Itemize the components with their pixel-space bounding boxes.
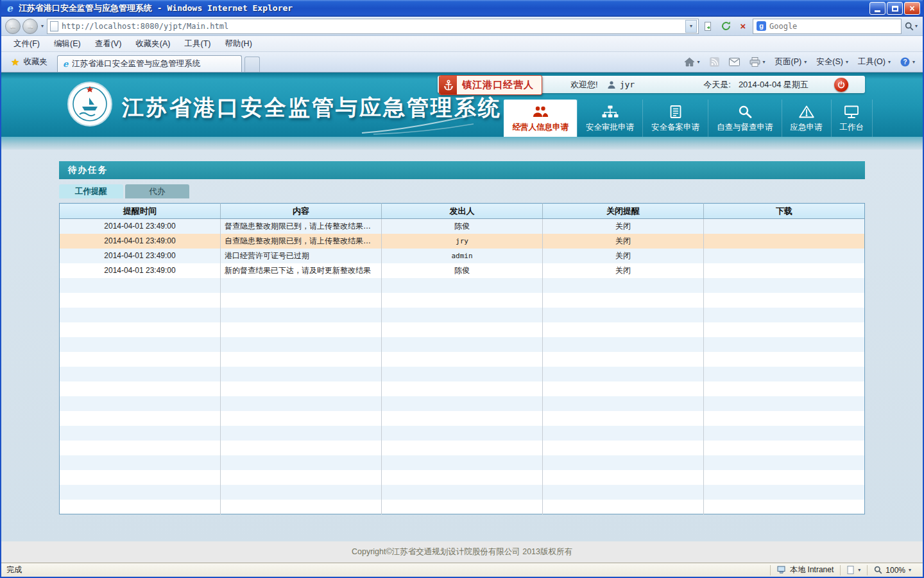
cell-time: 2014-04-01 23:49:00 [60,263,221,278]
browser-tab[interactable]: e 江苏省港口安全监管与应急管理系统 [57,55,242,72]
compat-dropdown-icon: ▾ [858,567,860,573]
copyright-text: Copyright©江苏省交通规划设计院股份有限公司 2013版权所有 [352,547,572,557]
magnifier-icon [737,104,753,119]
address-dropdown-icon[interactable]: ▾ [685,20,697,33]
close-reminder-link[interactable]: 关闭 [543,249,704,263]
compatibility-view-button[interactable] [701,19,716,34]
minimize-button[interactable] [869,2,886,15]
feeds-button[interactable] [706,55,723,69]
close-button[interactable]: × [904,2,920,15]
new-tab-button[interactable] [244,57,260,72]
close-reminder-link[interactable]: 关闭 [543,234,704,249]
search-input[interactable] [769,22,898,31]
col-header-time: 提醒时间 [60,204,221,219]
search-dropdown-icon[interactable]: ▾ [915,23,918,29]
tab-todo[interactable]: 代办 [125,184,189,198]
zoom-control[interactable]: 100% ▾ [867,565,918,575]
page-dropdown-icon: ▾ [804,59,807,65]
nav-emergency[interactable]: 应急申请 [782,100,831,137]
empty-row [60,367,865,381]
header-sub-band [1,137,923,150]
logout-button[interactable] [834,78,848,92]
page-icon [50,21,58,31]
cell-download [704,263,865,278]
content-area: 待办任务 工作提醒 代办 提醒时间 内容 发出人 关闭提醒 下载 2014-04… [1,150,923,541]
zoom-magnifier-icon [874,566,882,574]
favorites-button[interactable]: ★ 收藏夹 [4,55,55,70]
safety-dropdown-icon: ▾ [846,59,848,65]
task-table: 提醒时间 内容 发出人 关闭提醒 下载 2014-04-01 23:49:00 … [59,203,865,514]
nav-operator-info[interactable]: 经营人信息申请 [504,100,578,137]
page-menu-button[interactable]: 页面(P) ▾ [771,55,811,69]
close-reminder-link[interactable]: 关闭 [543,219,704,234]
empty-row [60,293,865,308]
empty-row [60,470,865,485]
print-dropdown-icon[interactable]: ▾ [763,59,766,65]
warning-triangle-icon [799,104,814,119]
nav-inspection[interactable]: 自查与督查申请 [708,100,782,137]
url-input[interactable] [62,20,685,33]
empty-row [60,352,865,367]
forward-button[interactable]: → [22,19,38,34]
help-button[interactable]: ? ▾ [896,55,919,69]
anchor-icon [440,76,457,94]
intranet-computer-icon [777,566,787,574]
table-row[interactable]: 2014-04-01 23:49:00 新的督查结果已下达，请及时更新整改结果 … [60,263,865,278]
role-badge-label: 镇江港口经营人 [462,79,534,91]
zoom-dropdown-icon: ▾ [909,567,911,573]
search-box: g [753,19,902,34]
nav-safety-approval[interactable]: 安全审批申请 [577,100,642,137]
read-mail-button[interactable] [725,56,744,68]
tools-menu-button[interactable]: 工具(O) ▾ [854,55,894,69]
search-button[interactable]: ▾ [903,19,919,34]
table-row[interactable]: 2014-04-01 23:49:00 港口经营许可证号已过期 admin 关闭 [60,249,865,263]
security-zone[interactable]: 本地 Intranet [770,565,840,575]
compatibility-icon [704,22,713,31]
monitor-icon [844,104,859,119]
user-icon [607,80,616,89]
help-dropdown-icon: ▾ [912,59,915,65]
maximize-button[interactable] [887,2,903,15]
address-bar[interactable]: ▾ [47,19,699,34]
menu-help[interactable]: 帮助(H) [218,37,259,51]
menu-file[interactable]: 文件(F) [6,37,47,51]
stop-button[interactable]: × [735,19,751,34]
cell-sender: 陈俊 [382,219,543,234]
empty-row [60,337,865,352]
rss-icon [710,57,719,67]
port-logo [67,81,113,127]
menu-edit[interactable]: 编辑(E) [47,37,88,51]
refresh-button[interactable] [718,19,733,34]
nav-safety-record[interactable]: 安全备案申请 [642,100,708,137]
compat-page-icon [847,566,855,574]
nav-workbench[interactable]: 工作台 [831,100,873,137]
welcome-label: 欢迎您! [570,79,598,91]
table-row[interactable]: 2014-04-01 23:49:00 自查隐患整改期限已到，请上传整改结果… … [60,234,865,249]
menu-tools[interactable]: 工具(T) [177,37,218,51]
empty-row [60,441,865,455]
tab-work-reminder[interactable]: 工作提醒 [59,184,123,198]
table-row[interactable]: 2014-04-01 23:49:00 督查隐患整改期限已到，请上传整改结果… … [60,219,865,234]
menu-favorites[interactable]: 收藏夹(A) [128,37,177,51]
cell-content: 督查隐患整改期限已到，请上传整改结果… [221,219,382,234]
window-title: 江苏省港口安全监管与应急管理系统 - Windows Internet Expl… [19,3,869,14]
cell-sender: jry [382,234,543,249]
empty-row [60,500,865,514]
cell-time: 2014-04-01 23:49:00 [60,249,221,263]
address-toolbar: ← → ▾ ▾ × g ▾ [1,17,923,36]
refresh-icon [721,21,731,31]
close-reminder-link[interactable]: 关闭 [543,263,704,278]
compatibility-status-button[interactable]: ▾ [840,565,867,575]
cell-content: 港口经营许可证号已过期 [221,249,382,263]
status-bar: 完成 本地 Intranet ▾ 100% ▾ [1,563,923,577]
menu-view[interactable]: 查看(V) [88,37,129,51]
home-icon [684,57,695,67]
safety-menu-button[interactable]: 安全(S) ▾ [812,55,852,69]
back-button[interactable]: ← [5,19,21,34]
home-button[interactable]: ▾ [680,55,704,69]
home-dropdown-icon[interactable]: ▾ [697,59,700,65]
ie-tab-icon: e [63,59,68,69]
print-button[interactable]: ▾ [746,55,769,69]
people-icon [532,104,549,119]
history-dropdown-icon[interactable]: ▾ [40,23,45,29]
